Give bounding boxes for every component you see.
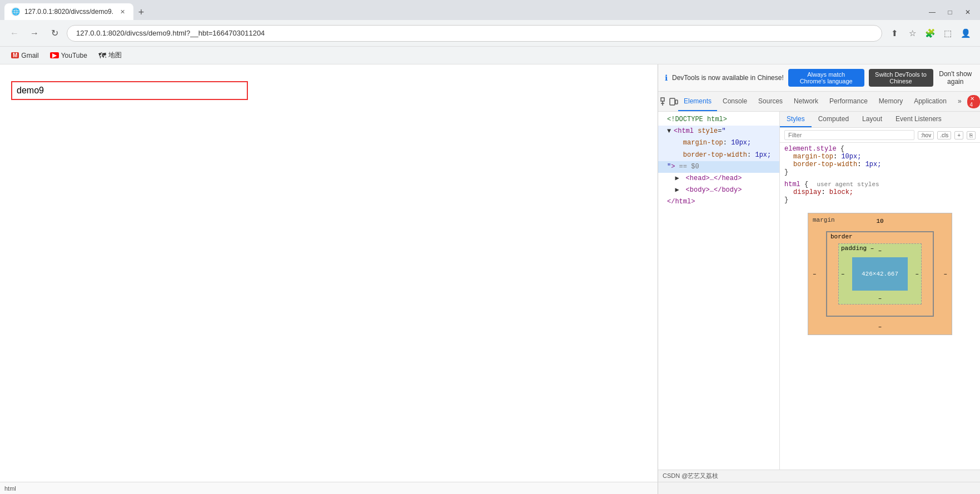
- filter-hov-badge[interactable]: :hov: [918, 131, 934, 139]
- bookmarks-bar: M Gmail ▶ YouTube 🗺 地图: [0, 47, 980, 64]
- body-line[interactable]: ▶ <body>…</body>: [658, 184, 779, 196]
- new-tab-button[interactable]: +: [133, 4, 149, 20]
- active-tab[interactable]: 🌐 127.0.0.1:8020/divcss/demo9. ✕: [4, 3, 133, 20]
- tab-performance[interactable]: Performance: [824, 92, 873, 111]
- styles-tab-styles[interactable]: Styles: [780, 112, 812, 127]
- padding-left-value: –: [841, 271, 845, 277]
- tab-close-button[interactable]: ✕: [118, 7, 127, 16]
- filter-copy-badge[interactable]: ⎘: [967, 131, 976, 139]
- youtube-label: YouTube: [61, 52, 87, 59]
- maps-icon: 🗺: [98, 51, 106, 60]
- extensions-button[interactable]: 🧩: [922, 26, 938, 41]
- padding-top-value: –: [878, 247, 882, 254]
- notification-text: DevTools is now available in Chinese!: [672, 74, 784, 82]
- devtools-bottom-bar: CSDN @艺艺又荔枝: [658, 470, 980, 482]
- info-icon: ℹ: [665, 73, 668, 82]
- styles-tabs: Styles Computed Layout Event Listeners: [780, 112, 980, 128]
- tab-favicon: 🌐: [11, 7, 20, 16]
- profile-button[interactable]: ⬚: [940, 26, 956, 41]
- address-input[interactable]: 127.0.0.1:8020/divcss/demo9.html?__hbt=1…: [67, 25, 882, 42]
- box-margin-region: margin 10 – – – border —: [808, 213, 952, 335]
- tab-memory[interactable]: Memory: [873, 92, 908, 111]
- bookmark-button[interactable]: ☆: [904, 26, 920, 41]
- tab-sources[interactable]: Sources: [753, 92, 788, 111]
- box-content-region: 426×42.667: [852, 257, 908, 291]
- forward-button[interactable]: →: [27, 26, 42, 41]
- tab-console[interactable]: Console: [717, 92, 753, 111]
- maps-label: 地图: [108, 51, 122, 60]
- border-label: border: [830, 233, 853, 240]
- account-button[interactable]: 👤: [958, 26, 973, 41]
- bookmark-maps[interactable]: 🗺 地图: [94, 49, 126, 61]
- switch-chinese-button[interactable]: Switch DevTools to Chinese: [869, 69, 933, 87]
- style-prop-border-top-width[interactable]: border-top-width: 1px;: [784, 161, 976, 168]
- html-close-line: "> == $0: [658, 161, 779, 173]
- margin-left-value: –: [813, 271, 817, 277]
- bookmark-youtube[interactable]: ▶ YouTube: [46, 51, 92, 61]
- page-bottom-bar: html: [0, 482, 658, 494]
- maximize-button[interactable]: □: [942, 4, 958, 20]
- bookmark-gmail[interactable]: M Gmail: [7, 51, 43, 61]
- close-button[interactable]: ✕: [960, 4, 976, 20]
- address-right-icons: ⬆ ☆ 🧩 ⬚ 👤: [887, 26, 973, 41]
- border-top-line: border-top-width: 1px;: [658, 149, 779, 161]
- styles-filter-input[interactable]: [784, 130, 914, 140]
- devtools-credit: CSDN @艺艺又荔枝: [663, 472, 718, 480]
- style-close-brace-1: }: [784, 168, 976, 176]
- main-area: ℹ DevTools is now available in Chinese! …: [0, 64, 980, 482]
- gmail-label: Gmail: [21, 52, 38, 59]
- style-prop-margin-top[interactable]: margin-top: 10px;: [784, 153, 976, 161]
- minimize-button[interactable]: —: [924, 4, 940, 20]
- whole-bottom-bar: html: [0, 482, 980, 494]
- tab-network[interactable]: Network: [788, 92, 824, 111]
- style-selector-html: html { user agent styles: [784, 181, 976, 188]
- share-button[interactable]: ⬆: [887, 26, 902, 41]
- margin-top-value: 10: [876, 218, 883, 224]
- styles-tab-layout[interactable]: Layout: [855, 112, 889, 127]
- filter-cls-badge[interactable]: .cls: [937, 131, 951, 139]
- youtube-icon: ▶: [50, 52, 59, 58]
- tab-more[interactable]: »: [952, 92, 967, 111]
- style-rule-html: html { user agent styles display: block;…: [784, 181, 976, 204]
- head-line[interactable]: ▶ <head>…</head>: [658, 173, 779, 184]
- svg-rect-0: [661, 98, 664, 101]
- error-badge: ✕ 4: [967, 95, 980, 108]
- tab-bar: 🌐 127.0.0.1:8020/divcss/demo9. ✕ + — □ ✕: [0, 0, 980, 20]
- box-model: margin 10 – – – border —: [808, 213, 952, 335]
- styles-panel: Styles Computed Layout Event Listeners :…: [780, 112, 980, 470]
- devtools-panel: ℹ DevTools is now available in Chinese! …: [658, 64, 980, 482]
- padding-bottom-value: –: [878, 295, 882, 302]
- svg-rect-3: [670, 98, 675, 105]
- svg-rect-4: [675, 100, 678, 104]
- window-controls: — □ ✕: [924, 4, 976, 20]
- styles-tab-event-listeners[interactable]: Event Listeners: [889, 112, 948, 127]
- elements-panel: <!DOCTYPE html> ▼<html style=" margin-to…: [658, 112, 780, 470]
- margin-label: margin: [813, 217, 835, 223]
- tab-elements[interactable]: Elements: [678, 92, 717, 111]
- dont-show-again-button[interactable]: Don't show again: [938, 70, 974, 86]
- gmail-icon: M: [11, 52, 19, 58]
- styles-content: element.style { margin-top: 10px; border…: [780, 143, 980, 470]
- tab-application[interactable]: Application: [908, 92, 952, 111]
- inspect-element-icon[interactable]: [660, 94, 669, 109]
- devtools-toolbar: Elements Console Sources Network Perform…: [658, 92, 980, 112]
- demo-input[interactable]: [11, 81, 248, 100]
- styles-tab-computed[interactable]: Computed: [812, 112, 855, 127]
- devtools-bottom-placeholder: [658, 482, 980, 494]
- back-button[interactable]: ←: [7, 26, 22, 41]
- style-prop-display[interactable]: display: block;: [784, 188, 976, 196]
- device-toolbar-icon[interactable]: [669, 94, 678, 109]
- margin-bottom-value: –: [878, 323, 882, 330]
- devtools-notification: ℹ DevTools is now available in Chinese! …: [658, 64, 980, 92]
- filter-add-badge[interactable]: +: [954, 131, 963, 139]
- always-match-button[interactable]: Always match Chrome's language: [788, 69, 864, 87]
- box-border-region: border — padding – – – –: [826, 231, 934, 317]
- tab-title: 127.0.0.1:8020/divcss/demo9.: [24, 8, 113, 16]
- style-close-brace-2: }: [784, 196, 976, 204]
- box-model-container: margin 10 – – – border —: [784, 208, 976, 340]
- html-toggle[interactable]: ▼: [667, 126, 674, 137]
- html-open-line[interactable]: ▼<html style=": [658, 126, 779, 137]
- devtools-body: <!DOCTYPE html> ▼<html style=" margin-to…: [658, 112, 980, 470]
- reload-button[interactable]: ↻: [47, 26, 62, 41]
- html-end-line: </html>: [658, 196, 779, 208]
